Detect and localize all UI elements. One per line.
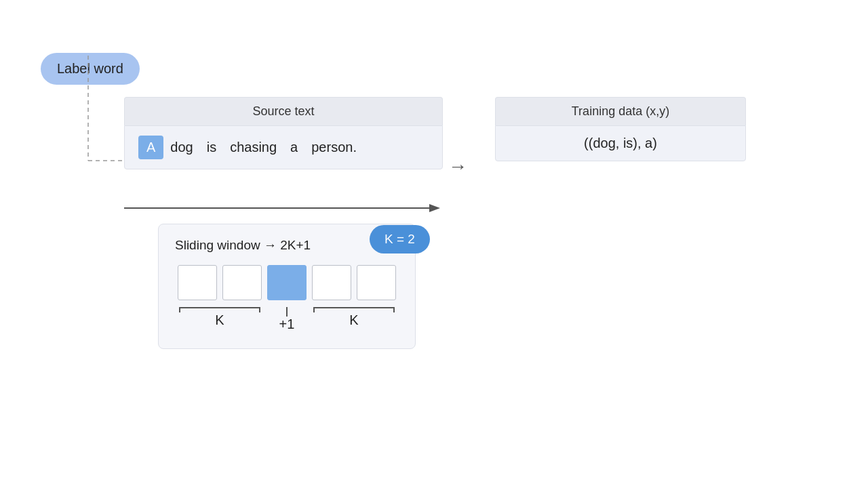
- source-to-training-arrow: →: [448, 156, 467, 178]
- cell-5: [357, 265, 396, 300]
- training-data-header: Training data (x,y): [495, 97, 746, 125]
- cell-3-highlight: [267, 265, 307, 300]
- bracket-left-label: K: [215, 312, 224, 328]
- source-text-body: A dog is chasing a person.: [124, 125, 443, 169]
- cell-4: [312, 265, 351, 300]
- word-person: person.: [304, 136, 363, 159]
- svg-marker-4: [429, 204, 440, 212]
- word-is: is: [200, 136, 223, 159]
- cell-1: [178, 265, 217, 300]
- training-data-body: ((dog, is), a): [495, 125, 746, 161]
- source-text-header: Source text: [124, 97, 443, 125]
- k-badge: K = 2: [370, 225, 430, 253]
- horizontal-timeline-arrow: [124, 200, 443, 216]
- bracket-center-label: +1: [279, 317, 295, 332]
- source-text-container: Source text A dog is chasing a person.: [124, 97, 443, 169]
- word-chasing: chasing: [223, 136, 283, 159]
- cell-2: [222, 265, 262, 300]
- word-dog: dog: [163, 136, 199, 159]
- word-a2: a: [283, 136, 304, 159]
- training-data-container: Training data (x,y) ((dog, is), a): [495, 97, 746, 161]
- window-cells: [175, 265, 399, 300]
- sliding-window-title: Sliding window → 2K+1: [175, 238, 399, 253]
- word-a: A: [138, 136, 163, 159]
- bracket-right-label: K: [349, 312, 358, 328]
